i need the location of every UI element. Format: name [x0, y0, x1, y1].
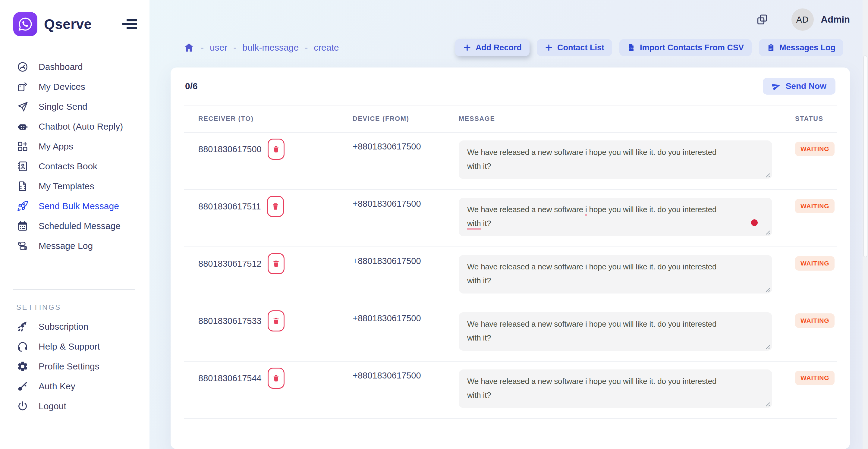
delete-record-button[interactable] [268, 253, 284, 274]
sidebar-item-label: Logout [38, 401, 66, 411]
card-header: 0/6 Send Now [170, 67, 850, 105]
table-row: 8801830617500 +8801830617500 We have rel… [184, 133, 837, 190]
breadcrumb-link-user[interactable]: user [210, 42, 227, 53]
column-header-receiver: RECEIVER (TO) [184, 115, 336, 123]
receiver-cell: 8801830617512 [184, 253, 336, 274]
breadcrumb-link-bulk-message[interactable]: bulk-message [242, 42, 299, 53]
sidebar-item-send-bulk-message[interactable]: Send Bulk Message [0, 199, 150, 213]
device-cell: +8801830617500 [336, 199, 442, 209]
sidebar-toggle-icon[interactable] [119, 16, 140, 32]
sidebar-item-dashboard[interactable]: Dashboard [0, 60, 150, 73]
device-cell: +8801830617500 [336, 313, 442, 323]
brand-name: Qserve [44, 16, 92, 32]
device-cell: +8801830617500 [336, 371, 442, 381]
delete-record-button[interactable] [268, 139, 284, 160]
receiver-number: 8801830617511 [198, 202, 261, 212]
delete-record-button[interactable] [268, 310, 284, 331]
send-now-button[interactable]: Send Now [763, 78, 835, 95]
status-cell: WAITING [779, 256, 837, 270]
sidebar-item-help-support[interactable]: Help & Support [0, 340, 150, 353]
sidebar-item-label: Single Send [38, 101, 87, 112]
add-record-button[interactable]: Add Record [455, 39, 530, 56]
delete-record-button[interactable] [267, 196, 284, 217]
delete-record-button[interactable] [268, 367, 284, 389]
sidebar-item-subscription[interactable]: Subscription [0, 320, 150, 333]
message-cell: We have released a new software i hope y… [442, 190, 779, 236]
sidebar-item-label: My Apps [38, 141, 73, 152]
sidebar-item-label: My Devices [38, 82, 85, 92]
sidebar-item-message-log[interactable]: Message Log [0, 239, 150, 253]
receiver-cell: 8801830617500 [184, 139, 336, 160]
whatsapp-logo-icon[interactable] [13, 12, 37, 36]
sidebar-item-profile-settings[interactable]: Profile Settings [0, 360, 150, 373]
breadcrumb-link-create[interactable]: create [314, 42, 339, 53]
toggles-icon [16, 239, 29, 252]
sidebar-item-label: Help & Support [38, 342, 100, 352]
grammar-checker-dot[interactable] [751, 219, 758, 226]
table-row: 8801830617533 +8801830617500 We have rel… [184, 304, 837, 362]
receiver-number: 8801830617512 [198, 259, 261, 269]
receiver-number: 8801830617533 [198, 316, 261, 326]
device-number: +8801830617500 [352, 141, 421, 151]
spellcheck-underline: i [585, 205, 587, 216]
messages-log-button[interactable]: Messages Log [759, 39, 843, 56]
message-textarea[interactable]: We have released a new software i hope y… [459, 312, 772, 351]
table-row: 8801830617544 +8801830617500 We have rel… [184, 362, 837, 419]
resize-handle-icon [764, 171, 770, 178]
scrollbar-track [863, 0, 868, 449]
user-name[interactable]: Admin [821, 14, 850, 25]
sidebar-item-label: Dashboard [38, 62, 83, 72]
app-window: Qserve Dashboard My Devices Single Send … [0, 0, 868, 449]
page-actions: Add Record Contact List CSV Import Conta… [455, 39, 843, 56]
sidebar-item-scheduled-message[interactable]: Scheduled Message [0, 219, 150, 233]
scrollbar-thumb[interactable] [863, 56, 867, 257]
contact-list-button[interactable]: Contact List [537, 39, 612, 56]
main-content: AD Admin - user - bulk-message - create … [150, 0, 868, 449]
sidebar-item-label: Scheduled Message [38, 221, 121, 231]
sidebar-item-contacts-book[interactable]: Contacts Book [0, 160, 150, 173]
table-body: 8801830617500 +8801830617500 We have rel… [184, 133, 837, 419]
contacts-book-icon [16, 160, 29, 173]
status-cell: WAITING [779, 141, 837, 156]
receiver-number: 8801830617544 [198, 373, 261, 383]
rocket-filled-icon [16, 320, 29, 333]
send-icon [772, 82, 781, 91]
breadcrumb-separator: - [201, 42, 204, 53]
plus-icon [463, 43, 471, 52]
device-number: +8801830617500 [352, 256, 421, 266]
trash-icon [272, 374, 281, 383]
device-number: +8801830617500 [352, 313, 421, 323]
gear-icon [16, 360, 29, 373]
avatar[interactable]: AD [792, 8, 814, 31]
clipboard-icon [767, 43, 775, 52]
message-textarea[interactable]: We have released a new software i hope y… [459, 198, 772, 236]
message-textarea[interactable]: We have released a new software i hope y… [459, 370, 772, 408]
sidebar-item-auth-key[interactable]: Auth Key [0, 380, 150, 393]
message-cell: We have released a new software i hope y… [442, 304, 779, 351]
message-cell: We have released a new software i hope y… [442, 133, 779, 179]
sidebar-nav: Dashboard My Devices Single Send Chatbot… [0, 60, 150, 259]
sidebar-item-my-apps[interactable]: My Apps [0, 140, 150, 153]
message-textarea[interactable]: We have released a new software i hope y… [459, 255, 772, 293]
copy-icon[interactable] [756, 13, 769, 26]
message-table: RECEIVER (TO) DEVICE (FROM) MESSAGE STAT… [170, 105, 850, 419]
receiver-cell: 8801830617511 [184, 196, 336, 217]
bulk-message-card: 0/6 Send Now RECEIVER (TO) DEVICE (FROM)… [170, 67, 850, 449]
status-badge: WAITING [795, 141, 835, 156]
sidebar-item-label: My Templates [38, 181, 94, 191]
headset-icon [16, 340, 29, 353]
plus-icon [545, 43, 553, 52]
sidebar-item-label: Profile Settings [38, 361, 99, 372]
home-icon[interactable] [183, 42, 195, 53]
message-textarea[interactable]: We have released a new software i hope y… [459, 140, 772, 179]
sidebar-item-my-devices[interactable]: My Devices [0, 80, 150, 93]
sidebar-item-logout[interactable]: Logout [0, 399, 150, 413]
sidebar-item-my-templates[interactable]: My Templates [0, 180, 150, 193]
status-cell: WAITING [779, 199, 837, 213]
sidebar-item-single-send[interactable]: Single Send [0, 100, 150, 113]
message-cell: We have released a new software i hope y… [442, 362, 779, 408]
column-header-message: MESSAGE [442, 115, 779, 123]
sidebar-item-chatbot[interactable]: Chatbot (Auto Reply) [0, 120, 150, 133]
import-contacts-csv-button[interactable]: CSV Import Contacts From CSV [619, 39, 752, 56]
breadcrumb-separator: - [305, 42, 308, 53]
